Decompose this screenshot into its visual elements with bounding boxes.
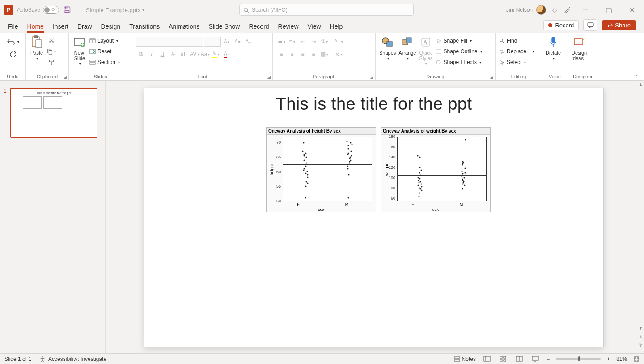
reset-button[interactable]: Reset — [89, 47, 120, 56]
char-spacing-button[interactable]: AV▾ — [190, 49, 199, 59]
chart-height-by-sex[interactable]: Oneway Analysis of height By sex 5055606… — [266, 127, 376, 212]
scroll-down-icon[interactable]: ▼ — [637, 325, 644, 332]
section-button[interactable]: Section▾ — [89, 57, 120, 67]
pen-sparkle-icon[interactable] — [564, 6, 571, 13]
normal-view-button[interactable] — [482, 355, 492, 363]
clipboard-launcher-icon[interactable]: ◢ — [64, 75, 67, 79]
collapse-ribbon-button[interactable]: ⌄ — [634, 71, 639, 77]
cut-button[interactable] — [47, 36, 56, 46]
find-button[interactable]: Find — [499, 36, 534, 46]
zoom-in-button[interactable]: + — [607, 356, 610, 362]
line-spacing-button[interactable]: ⇅▾ — [319, 37, 329, 47]
font-launcher-icon[interactable]: ◢ — [267, 75, 271, 79]
tab-animations[interactable]: Animations — [169, 23, 199, 33]
select-button[interactable]: Select▾ — [499, 57, 534, 67]
zoom-out-button[interactable]: − — [547, 356, 550, 362]
close-button[interactable]: ✕ — [623, 4, 640, 16]
slide-sorter-view-button[interactable] — [498, 355, 508, 363]
slideshow-view-button[interactable] — [530, 355, 540, 363]
accessibility-status[interactable]: Accessibility: Investigate — [39, 356, 106, 362]
sort-button[interactable]: A↓▾ — [334, 37, 343, 47]
tab-help[interactable]: Help — [330, 23, 343, 33]
minimize-button[interactable]: ─ — [577, 4, 594, 16]
quick-styles-button[interactable]: AQuick Styles▾ — [419, 35, 433, 66]
indent-button[interactable]: ⇥ — [309, 37, 318, 47]
reading-view-button[interactable] — [514, 355, 524, 363]
tab-view[interactable]: View — [308, 23, 321, 33]
comments-button[interactable] — [583, 19, 597, 31]
diamond-icon[interactable]: ◇ — [552, 6, 557, 13]
align-center-button[interactable]: ≡ — [287, 49, 297, 59]
tab-record[interactable]: Record — [249, 23, 269, 33]
autosave-toggle[interactable]: AutoSave Off — [17, 6, 59, 14]
layout-button[interactable]: Layout▾ — [89, 36, 120, 46]
next-slide-icon[interactable]: ⩛ — [637, 342, 644, 349]
columns-button[interactable]: ▥▾ — [319, 49, 329, 59]
prev-slide-icon[interactable]: ⩚ — [637, 334, 644, 341]
tab-home[interactable]: Home — [27, 23, 44, 33]
decrease-font-button[interactable]: A▾ — [233, 37, 242, 47]
scroll-up-icon[interactable]: ▲ — [637, 81, 644, 88]
toggle-switch-icon[interactable]: Off — [43, 6, 59, 14]
vertical-scrollbar[interactable]: ▲ ▼ ⩚ ⩛ — [637, 81, 644, 353]
drawing-launcher-icon[interactable]: ◢ — [490, 75, 493, 79]
bullets-button[interactable]: ≔▾ — [276, 37, 286, 47]
redo-button[interactable] — [9, 49, 17, 59]
italic-button[interactable]: I — [147, 49, 157, 59]
tab-insert[interactable]: Insert — [53, 23, 68, 33]
highlight-button[interactable]: ✎▾ — [211, 49, 221, 59]
numbering-button[interactable]: ≡▾ — [287, 37, 297, 47]
align-right-button[interactable]: ≡ — [298, 49, 308, 59]
slide-title[interactable]: This is the title for the ppt — [144, 94, 603, 114]
text-direction-button[interactable]: ⤭▾ — [334, 49, 343, 59]
paragraph-launcher-icon[interactable]: ◢ — [370, 75, 373, 79]
copy-button[interactable]: ▾ — [47, 47, 56, 56]
clear-formatting-button[interactable]: Aᵩ — [243, 37, 253, 47]
user-account[interactable]: Jim Nelson — [506, 5, 546, 15]
tab-design[interactable]: Design — [101, 23, 121, 33]
slide-counter[interactable]: Slide 1 of 1 — [4, 356, 31, 362]
record-button[interactable]: Record — [543, 20, 579, 30]
font-name-combo[interactable] — [136, 37, 203, 47]
arrange-button[interactable]: Arrange▾ — [398, 35, 416, 60]
document-name[interactable]: Simple Example.pptx — [86, 7, 144, 13]
shapes-button[interactable]: Shapes▾ — [379, 35, 396, 60]
slide[interactable]: This is the title for the ppt Oneway Ana… — [144, 88, 604, 347]
search-input[interactable]: Search (Alt+Q) — [239, 4, 414, 16]
notes-button[interactable]: Notes — [454, 356, 476, 362]
shape-effects-button[interactable]: Shape Effects▾ — [436, 57, 482, 67]
outdent-button[interactable]: ⇤ — [298, 37, 308, 47]
design-ideas-button[interactable]: Design Ideas — [572, 35, 587, 61]
bold-button[interactable]: B — [136, 49, 146, 59]
zoom-level[interactable]: 81% — [616, 356, 627, 362]
change-case-button[interactable]: Aa▾ — [200, 49, 210, 59]
shadow-button[interactable]: ab — [179, 49, 189, 59]
increase-font-button[interactable]: A▴ — [222, 37, 232, 47]
font-size-combo[interactable] — [204, 37, 221, 47]
font-color-button[interactable]: A▾ — [222, 49, 232, 59]
tab-slide-show[interactable]: Slide Show — [208, 23, 240, 33]
undo-button[interactable]: ▾ — [7, 37, 19, 47]
paste-button[interactable]: Paste▾ — [30, 35, 44, 60]
slide-thumbnail-1[interactable]: This is the title for the ppt — [10, 88, 97, 138]
underline-button[interactable]: U — [157, 49, 167, 59]
shape-fill-button[interactable]: Shape Fill▾ — [436, 36, 482, 46]
slide-canvas-area[interactable]: This is the title for the ppt Oneway Ana… — [106, 81, 644, 353]
justify-button[interactable]: ≡ — [309, 49, 318, 59]
maximize-button[interactable]: ▢ — [600, 4, 617, 16]
tab-file[interactable]: File — [8, 23, 18, 33]
new-slide-button[interactable]: New Slide▾ — [72, 35, 87, 66]
tab-transitions[interactable]: Transitions — [129, 23, 160, 33]
zoom-slider[interactable] — [556, 358, 601, 360]
save-icon[interactable] — [63, 5, 72, 14]
tab-review[interactable]: Review — [278, 23, 299, 33]
chart-weight-by-sex[interactable]: Oneway Analysis of weight By sex 6080100… — [381, 127, 491, 212]
replace-button[interactable]: Replace▾ — [499, 47, 534, 56]
share-button[interactable]: Share — [602, 20, 636, 30]
format-painter-button[interactable] — [47, 57, 56, 67]
shape-outline-button[interactable]: Shape Outline▾ — [436, 47, 482, 56]
strikethrough-button[interactable]: S̶ — [168, 49, 178, 59]
dictate-button[interactable]: Dictate▾ — [546, 35, 561, 60]
fit-to-window-button[interactable] — [633, 356, 640, 362]
align-left-button[interactable]: ≡ — [276, 49, 286, 59]
